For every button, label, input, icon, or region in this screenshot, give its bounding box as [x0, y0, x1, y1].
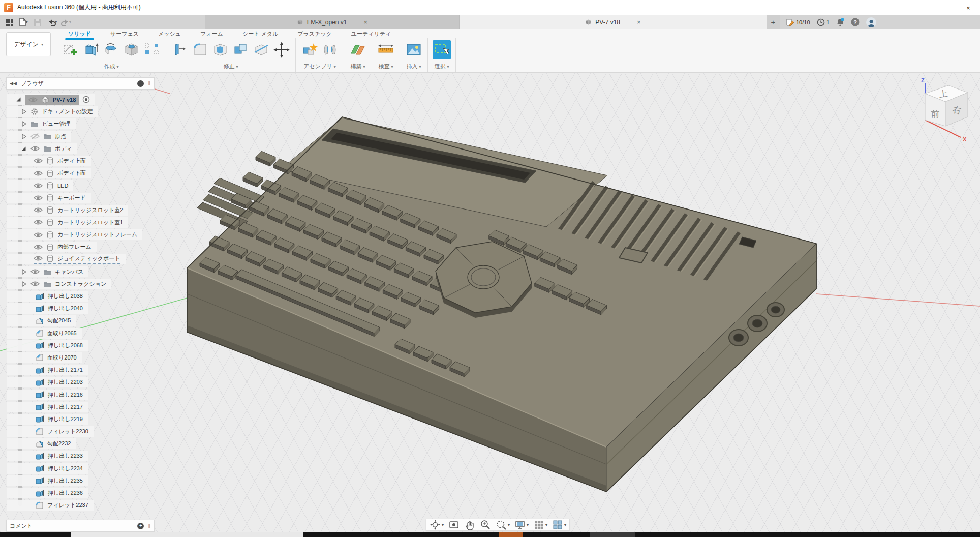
tree-row-カートリッジスロットフレーム[interactable]: カートリッジスロットフレーム: [7, 229, 142, 240]
tree-row-押し出し2038[interactable]: 押し出し2038: [7, 291, 88, 302]
panel-minus-icon[interactable]: −: [137, 80, 144, 87]
tree-row-押し出し2233[interactable]: 押し出し2233: [7, 451, 88, 461]
job-status-button[interactable]: 10/10: [786, 18, 810, 26]
activate-component-radio[interactable]: [82, 96, 90, 103]
expand-arrow-icon[interactable]: [20, 268, 27, 275]
tree-row-面取り2070[interactable]: 面取り2070: [7, 352, 82, 363]
user-avatar[interactable]: [866, 17, 876, 27]
viewport-canvas[interactable]: ◀◀ ブラウザ − ‖ PV-7 v18ドキュメントの設定ビュー管理原点ボディボ…: [0, 73, 980, 532]
shell-icon[interactable]: [211, 40, 230, 59]
ribbon-group-label[interactable]: 修正 ▾: [223, 63, 238, 70]
tree-row-押し出し2219[interactable]: 押し出し2219: [7, 414, 88, 425]
hole-icon[interactable]: [122, 40, 141, 59]
visibility-eye-icon[interactable]: [34, 219, 43, 225]
ribbon-tab-サーフェス[interactable]: サーフェス: [109, 29, 140, 38]
tab-close-icon[interactable]: ×: [364, 18, 368, 26]
tree-row-ドキュメントの設定[interactable]: ドキュメントの設定: [7, 106, 98, 117]
tree-row-勾配2045[interactable]: 勾配2045: [7, 315, 76, 326]
timeline-strip[interactable]: [0, 532, 980, 537]
visibility-eye-icon[interactable]: [34, 158, 43, 164]
tree-row-カートリッジスロット蓋2[interactable]: カートリッジスロット蓋2: [7, 205, 128, 216]
pattern-icon[interactable]: [143, 40, 161, 59]
measure-icon[interactable]: [377, 40, 395, 59]
minimize-button[interactable]: −: [910, 0, 933, 15]
tree-row-コンストラクション[interactable]: コンストラクション: [7, 279, 111, 289]
tree-row-PV-7 v18[interactable]: PV-7 v18: [7, 94, 95, 105]
save-icon[interactable]: [32, 16, 44, 28]
tree-row-ジョイスティックポート[interactable]: ジョイスティックポート: [7, 254, 126, 264]
ribbon-tab-シート メタル[interactable]: シート メタル: [241, 29, 279, 38]
ribbon-tab-ユーティリティ[interactable]: ユーティリティ: [350, 29, 392, 38]
tab-pv7[interactable]: PV-7 v18 ×: [460, 15, 767, 29]
ribbon-group-label[interactable]: 作成 ▾: [104, 63, 118, 70]
timeline-track[interactable]: [71, 532, 303, 537]
tree-row-勾配2232[interactable]: 勾配2232: [7, 438, 76, 449]
visibility-eye-icon[interactable]: [30, 268, 40, 275]
select-icon[interactable]: [433, 40, 451, 59]
visibility-eye-icon[interactable]: [34, 195, 43, 201]
ribbon-tab-メッシュ[interactable]: メッシュ: [157, 29, 182, 38]
visibility-eye-icon[interactable]: [30, 281, 40, 287]
grid-settings-icon[interactable]: ▾: [533, 519, 547, 530]
tree-row-押し出し2040[interactable]: 押し出し2040: [7, 303, 88, 314]
tree-row-押し出し2235[interactable]: 押し出し2235: [7, 475, 88, 486]
view-cube[interactable]: Z X 上 前 右: [910, 75, 978, 146]
expand-arrow-icon[interactable]: [20, 133, 27, 140]
notifications-bell-icon[interactable]: [836, 18, 844, 26]
close-button[interactable]: ×: [957, 0, 980, 15]
ribbon-tab-フォーム[interactable]: フォーム: [199, 29, 224, 38]
create-sketch-icon[interactable]: [62, 40, 80, 59]
tree-row-面取り2065[interactable]: 面取り2065: [7, 328, 82, 339]
redo-icon[interactable]: ▾: [60, 16, 72, 28]
tree-row-押し出し2236[interactable]: 押し出し2236: [7, 488, 88, 498]
collapse-panel-icon[interactable]: ◀◀: [10, 81, 17, 86]
tree-row-押し出し2216[interactable]: 押し出し2216: [7, 390, 88, 400]
tab-fmx-open[interactable]: FM-X_open v1 ×: [205, 15, 460, 29]
ribbon-group-label[interactable]: 選択 ▾: [434, 63, 449, 70]
ribbon-group-label[interactable]: 挿入 ▾: [406, 63, 421, 70]
expand-arrow-icon[interactable]: [20, 121, 27, 127]
ribbon-group-label[interactable]: アセンブリ ▾: [303, 63, 335, 70]
undo-icon[interactable]: ▾: [46, 16, 58, 28]
look-at-icon[interactable]: [448, 519, 460, 530]
comment-add-icon[interactable]: +: [137, 523, 144, 529]
visibility-eye-icon[interactable]: [34, 207, 43, 213]
extrude-icon[interactable]: [82, 40, 100, 59]
revolve-icon[interactable]: [102, 40, 120, 59]
new-component-icon[interactable]: [300, 40, 319, 59]
tree-row-押し出し2234[interactable]: 押し出し2234: [7, 463, 88, 474]
help-icon[interactable]: ?: [851, 18, 860, 26]
tree-row-キーボード[interactable]: キーボード: [7, 193, 91, 203]
tree-row-内部フレーム[interactable]: 内部フレーム: [7, 242, 97, 252]
tree-row-カートリッジスロット蓋1[interactable]: カートリッジスロット蓋1: [7, 217, 128, 228]
tree-row-フィレット2237[interactable]: フィレット2237: [7, 500, 94, 511]
display-settings-icon[interactable]: ▾: [514, 519, 529, 530]
tree-row-押し出し2068[interactable]: 押し出し2068: [7, 340, 88, 351]
file-menu-icon[interactable]: ▾: [17, 16, 29, 28]
visibility-eye-icon[interactable]: [28, 97, 38, 103]
job-clock-button[interactable]: 1: [817, 18, 830, 26]
ribbon-group-label[interactable]: 検査 ▾: [378, 63, 393, 70]
ribbon-tab-ソリッド[interactable]: ソリッド: [67, 29, 92, 38]
expand-arrow-icon[interactable]: [20, 281, 27, 287]
tree-row-キャンバス[interactable]: キャンバス: [7, 266, 88, 277]
tree-row-押し出し2171[interactable]: 押し出し2171: [7, 365, 88, 375]
tree-row-押し出し2217[interactable]: 押し出し2217: [7, 402, 88, 412]
visibility-eye-icon[interactable]: [34, 255, 43, 261]
collapse-arrow-icon[interactable]: [20, 145, 27, 152]
comment-drag-handle[interactable]: ‖: [148, 523, 151, 529]
ribbon-tab-プラスチック[interactable]: プラスチック: [296, 29, 333, 38]
visibility-eye-off-icon[interactable]: [30, 133, 40, 140]
fit-icon[interactable]: ▾: [496, 519, 510, 530]
split-body-icon[interactable]: [252, 40, 270, 59]
insert-canvas-icon[interactable]: [405, 40, 423, 59]
visibility-eye-icon[interactable]: [34, 244, 43, 250]
browser-panel-header[interactable]: ◀◀ ブラウザ − ‖: [6, 77, 155, 90]
tree-row-押し出し2203[interactable]: 押し出し2203: [7, 377, 88, 387]
tree-row-ボディ上面[interactable]: ボディ上面: [7, 156, 91, 166]
tree-row-ボディ[interactable]: ボディ: [7, 143, 77, 154]
visibility-eye-icon[interactable]: [30, 145, 40, 152]
pan-icon[interactable]: [464, 519, 475, 530]
orbit-icon[interactable]: ▾: [430, 519, 444, 530]
ribbon-group-label[interactable]: 構築 ▾: [350, 63, 365, 70]
